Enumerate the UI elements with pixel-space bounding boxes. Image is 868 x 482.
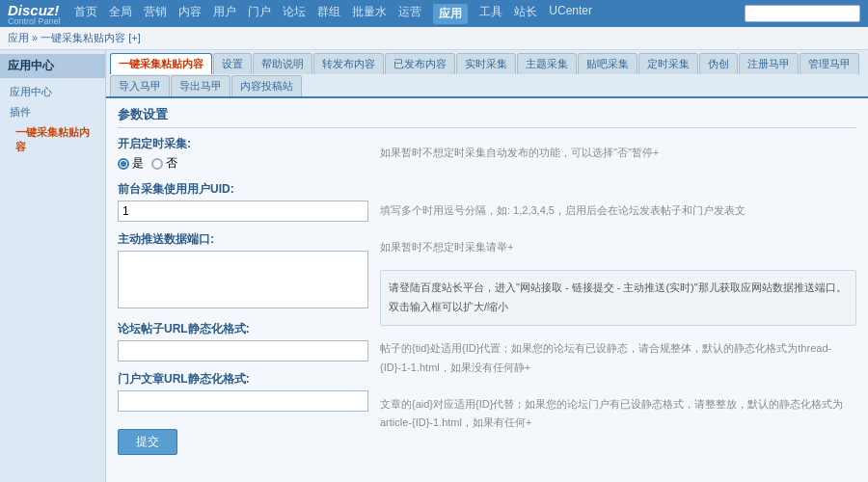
- hint-uid: 填写多个时用逗号分隔，如: 1,2,3,4,5，启用后会在论坛发表帖子和门户发表…: [380, 198, 856, 225]
- tab-realtime[interactable]: 实时采集: [456, 53, 516, 74]
- form-row-uid: 前台采集使用用户UID:: [118, 181, 368, 222]
- main-content: 一键采集粘贴内容 设置 帮助说明 转发布内容 已发布内容 实时采集 主题采集 贴…: [106, 50, 868, 482]
- tab-published[interactable]: 已发布内容: [385, 53, 455, 74]
- hint-enable: 如果暂时不想定时采集自动发布的功能，可以选择"否"暂停+: [380, 140, 856, 167]
- main-layout: 应用中心 应用中心 插件 一键采集粘贴内容 一键采集粘贴内容 设置 帮助说明 转…: [0, 50, 868, 482]
- radio-yes-label: 是: [132, 155, 144, 172]
- nav-content[interactable]: 内容: [178, 4, 202, 24]
- nav-admin[interactable]: 站长: [514, 4, 537, 24]
- nav-home[interactable]: 首页: [74, 4, 97, 24]
- tab-register-account[interactable]: 注册马甲: [739, 53, 799, 74]
- port-input[interactable]: [118, 251, 368, 308]
- uid-input[interactable]: [118, 201, 368, 222]
- hint-uid-text: 填写多个时用逗号分隔，如: 1,2,3,4,5，启用后会在论坛发表帖子和门户发表…: [380, 204, 746, 216]
- url-label: 论坛帖子URL静态化格式:: [118, 321, 368, 337]
- settings-area: 参数设置 开启定时采集: 是: [106, 98, 868, 463]
- port-label: 主动推送数据端口:: [118, 231, 368, 248]
- enable-label: 开启定时采集:: [118, 136, 368, 152]
- hint-port-desc: 请登陆百度站长平台，进入"网站接取 - 链接提交 - 主动推送(实时)"那儿获取…: [380, 270, 856, 326]
- form-row-url: 论坛帖子URL静态化格式:: [118, 321, 368, 362]
- tab-tieba[interactable]: 贴吧采集: [578, 53, 637, 74]
- radio-no-label: 否: [166, 155, 177, 172]
- form-layout: 开启定时采集: 是 否: [118, 136, 856, 455]
- form-row-port: 主动推送数据端口:: [118, 231, 368, 311]
- hint-port-short: 如果暂时不想定时采集请举+: [380, 234, 856, 261]
- breadcrumb-text: 应用 » 一键采集粘贴内容 [+]: [8, 32, 141, 43]
- portal-input[interactable]: [118, 390, 368, 412]
- radio-no-dot: [151, 158, 163, 170]
- nav-marketing[interactable]: 营销: [144, 4, 167, 24]
- nav-batch[interactable]: 批量水: [352, 4, 387, 24]
- form-row-portal: 门户文章URL静态化格式:: [118, 371, 368, 412]
- logo-area: Discuz! Control Panel: [8, 2, 74, 26]
- tab-topic[interactable]: 主题采集: [517, 53, 577, 74]
- hint-port-desc-text: 请登陆百度站长平台，进入"网站接取 - 链接提交 - 主动推送(实时)"那儿获取…: [389, 281, 847, 312]
- sidebar-title: 应用中心: [0, 54, 105, 78]
- submit-button[interactable]: 提交: [118, 429, 177, 455]
- tab-pseudo[interactable]: 伪创: [699, 53, 738, 74]
- breadcrumb: 应用 » 一键采集粘贴内容 [+]: [0, 27, 868, 50]
- hint-port-short-text: 如果暂时不想定时采集请举+: [380, 241, 513, 253]
- tab-export-account[interactable]: 导出马甲: [171, 75, 231, 96]
- top-search-input[interactable]: [745, 5, 860, 22]
- hint-enable-text: 如果暂时不想定时采集自动发布的功能，可以选择"否"暂停+: [380, 147, 659, 158]
- hint-portal-text: 文章的{aid}对应适用{ID}代替；如果您的论坛门户有已设静态格式，请整整放，…: [380, 398, 843, 429]
- url-input[interactable]: [118, 340, 368, 362]
- tab-settings[interactable]: 设置: [213, 53, 252, 74]
- radio-yes[interactable]: 是: [118, 155, 144, 172]
- top-navigation: Discuz! Control Panel 首页 全局 营销 内容 用户 门户 …: [0, 0, 868, 27]
- hint-url: 帖子的{tid}处适用{ID}代置；如果您的论坛有已设静态，请合规整体，默认的静…: [380, 335, 856, 382]
- tab-forward[interactable]: 转发布内容: [313, 53, 384, 74]
- hint-url-text: 帖子的{tid}处适用{ID}代置；如果您的论坛有已设静态，请合规整体，默认的静…: [380, 342, 831, 373]
- control-panel-label: Control Panel: [8, 16, 61, 26]
- right-hints: 如果暂时不想定时采集自动发布的功能，可以选择"否"暂停+ 填写多个时用逗号分隔，…: [380, 140, 856, 437]
- form-left: 开启定时采集: 是 否: [118, 136, 368, 455]
- tab-import-account[interactable]: 导入马甲: [110, 75, 170, 96]
- nav-forum[interactable]: 论坛: [283, 4, 306, 24]
- settings-title: 参数设置: [118, 106, 856, 128]
- radio-no[interactable]: 否: [151, 155, 177, 172]
- nav-operations[interactable]: 运营: [398, 4, 421, 24]
- tab-scheduled[interactable]: 定时采集: [638, 53, 698, 74]
- sidebar: 应用中心 应用中心 插件 一键采集粘贴内容: [0, 50, 106, 482]
- sidebar-item-app-center[interactable]: 应用中心: [0, 82, 105, 102]
- portal-label: 门户文章URL静态化格式:: [118, 371, 368, 388]
- sidebar-section: 应用中心 插件 一键采集粘贴内容: [0, 78, 105, 161]
- tab-collection[interactable]: 一键采集粘贴内容: [110, 53, 212, 74]
- sidebar-item-plugins[interactable]: 插件: [0, 102, 105, 122]
- form-row-enable: 开启定时采集: 是 否: [118, 136, 368, 172]
- hint-portal: 文章的{aid}对应适用{ID}代替；如果您的论坛门户有已设静态格式，请整整放，…: [380, 391, 856, 438]
- nav-users[interactable]: 用户: [213, 4, 236, 24]
- top-nav-links: 首页 全局 营销 内容 用户 门户 论坛 群组 批量水 运营 应用 工具 站长 …: [74, 4, 592, 24]
- uid-label: 前台采集使用用户UID:: [118, 181, 368, 198]
- tab-manage-account[interactable]: 管理马甲: [800, 53, 859, 74]
- sidebar-item-collection[interactable]: 一键采集粘贴内容: [0, 122, 105, 157]
- nav-ucenter[interactable]: UCenter: [549, 4, 592, 24]
- nav-portal[interactable]: 门户: [248, 4, 271, 24]
- tab-bar: 一键采集粘贴内容 设置 帮助说明 转发布内容 已发布内容 实时采集 主题采集 贴…: [106, 50, 868, 98]
- nav-tools[interactable]: 工具: [479, 4, 502, 24]
- nav-apps[interactable]: 应用: [433, 4, 468, 24]
- radio-yes-dot: [118, 158, 129, 170]
- form-right: 如果暂时不想定时采集自动发布的功能，可以选择"否"暂停+ 填写多个时用逗号分隔，…: [380, 136, 856, 455]
- nav-global[interactable]: 全局: [109, 4, 132, 24]
- radio-group-enable: 是 否: [118, 155, 368, 172]
- tab-help[interactable]: 帮助说明: [253, 53, 312, 74]
- tab-content-station[interactable]: 内容投稿站: [231, 75, 302, 96]
- nav-groups[interactable]: 群组: [317, 4, 340, 24]
